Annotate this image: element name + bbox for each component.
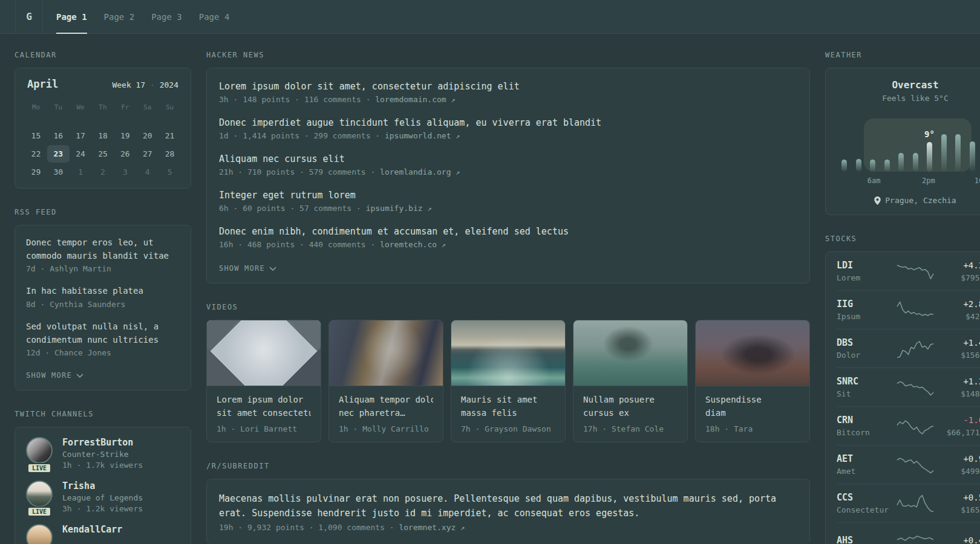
rss-item[interactable]: Sed volutpat nulla nisl, a condimentum n… xyxy=(26,320,180,357)
hackernews-item[interactable]: Integer eget rutrum lorem 6h · 60 points… xyxy=(219,189,797,213)
video-card[interactable]: Lorem ipsum dolor sit amet consectetu… 1… xyxy=(206,320,321,442)
calendar-day[interactable]: 28 xyxy=(158,145,181,163)
video-title[interactable]: Nullam posuere cursus ex xyxy=(583,393,678,420)
rss-widget: Donec tempor eros leo, ut commodo mauris… xyxy=(15,225,191,390)
calendar-day[interactable]: 4 xyxy=(136,163,158,181)
calendar-day[interactable]: 30 xyxy=(47,163,70,181)
stock-symbol[interactable]: AET xyxy=(837,453,892,464)
hackernews-item-domain[interactable]: loremdomain.com xyxy=(375,95,446,104)
nav-tab[interactable]: Page 3 xyxy=(143,0,191,33)
hackernews-item-domain[interactable]: loremtech.co xyxy=(380,240,437,249)
calendar-day[interactable]: 29 xyxy=(25,163,47,181)
rss-item[interactable]: Donec tempor eros leo, ut commodo mauris… xyxy=(26,236,180,273)
stock-row[interactable]: DBS Dolor +1.42% $156.28 xyxy=(837,329,980,368)
weather-hourly-chart: 9° 9° 9° 9° 9° xyxy=(841,118,980,172)
stock-symbol[interactable]: AHS xyxy=(837,535,892,544)
stock-row[interactable]: AET Amet +0.92% $499.72 xyxy=(837,445,980,484)
video-card[interactable]: Aliquam tempor dolor nec pharetra… 1h · … xyxy=(328,320,443,442)
hackernews-item-domain[interactable]: ipsumify.biz xyxy=(366,204,423,213)
video-thumbnail[interactable] xyxy=(207,320,321,386)
hackernews-item[interactable]: Donec imperdiet augue tincidunt felis al… xyxy=(219,117,797,140)
rss-show-more-button[interactable]: SHOW MORE xyxy=(26,371,83,380)
hackernews-item-title[interactable]: Lorem ipsum dolor sit amet, consectetur … xyxy=(219,80,797,93)
calendar-day[interactable]: 25 xyxy=(92,145,114,163)
show-more-label: SHOW MORE xyxy=(219,264,265,273)
external-link-icon: ↗ xyxy=(456,168,460,176)
calendar-day[interactable]: 24 xyxy=(70,145,92,163)
video-thumbnail[interactable] xyxy=(451,320,565,386)
video-thumbnail[interactable] xyxy=(696,320,809,386)
hackernews-item[interactable]: Donec enim nibh, condimentum et accumsan… xyxy=(219,225,797,249)
video-meta: 1h · Lori Barnett xyxy=(217,424,311,433)
hackernews-item-title[interactable]: Donec imperdiet augue tincidunt felis al… xyxy=(219,117,797,129)
stock-symbol[interactable]: SNRC xyxy=(837,376,892,387)
subreddit-post-title[interactable]: Maecenas mollis pulvinar erat non posuer… xyxy=(219,491,797,520)
rss-item-title[interactable]: Donec tempor eros leo, ut commodo mauris… xyxy=(26,236,180,262)
app-logo[interactable]: G xyxy=(15,0,43,33)
video-title[interactable]: Suspendisse diam xyxy=(705,393,800,420)
left-column: CALENDAR April Week 17 · 2024 MoTuWeThFr… xyxy=(15,51,191,544)
hackernews-item-domain[interactable]: ipsumworld.net xyxy=(385,131,451,140)
subreddit-post-domain[interactable]: loremnet.xyz xyxy=(399,523,456,532)
video-title[interactable]: Aliquam tempor dolor nec pharetra… xyxy=(339,393,433,420)
twitch-channel-name[interactable]: KendallCarr xyxy=(62,524,122,535)
stock-row[interactable]: SNRC Sit +1.36% $148.64 xyxy=(837,368,980,406)
video-title[interactable]: Mauris sit amet massa felis xyxy=(461,393,555,420)
stock-change: +0.92% xyxy=(938,454,980,464)
video-card[interactable]: Suspendisse diam 18h · Tara xyxy=(695,320,810,442)
twitch-channel-row[interactable]: LIVE Trisha League of Legends 3h · 1.2k … xyxy=(26,481,180,513)
nav-tab[interactable]: Page 1 xyxy=(48,0,96,33)
calendar-day[interactable]: 1 xyxy=(70,163,92,181)
nav-tab[interactable]: Page 4 xyxy=(191,0,238,33)
hackernews-item-domain[interactable]: loremlandia.org xyxy=(380,167,451,176)
calendar-day[interactable]: 16 xyxy=(47,127,70,144)
calendar-day[interactable]: 19 xyxy=(114,127,136,144)
hackernews-item-title[interactable]: Aliquam nec cursus elit xyxy=(219,153,797,166)
stock-symbol[interactable]: IIG xyxy=(837,299,892,309)
location-pin-icon xyxy=(874,196,881,205)
hackernews-item-title[interactable]: Integer eget rutrum lorem xyxy=(219,189,797,202)
calendar-day[interactable]: 26 xyxy=(114,145,136,163)
hackernews-item[interactable]: Lorem ipsum dolor sit amet, consectetur … xyxy=(219,80,797,104)
rss-item[interactable]: In hac habitasse platea 8d · Cynthia Sau… xyxy=(26,285,180,309)
nav-tab[interactable]: Page 2 xyxy=(96,0,143,33)
twitch-channel-row[interactable]: LIVE ForrestBurton Counter-Strike 1h · 1… xyxy=(26,437,180,470)
rss-item-title[interactable]: Sed volutpat nulla nisl, a condimentum n… xyxy=(26,320,180,346)
stock-symbol[interactable]: CRN xyxy=(837,415,892,426)
video-card[interactable]: Mauris sit amet massa felis 7h · Grayson… xyxy=(451,320,566,442)
calendar-day[interactable]: 18 xyxy=(92,127,114,144)
twitch-channel-name[interactable]: Trisha xyxy=(62,481,143,491)
hackernews-item-title[interactable]: Donec enim nibh, condimentum et accumsan… xyxy=(219,225,797,238)
video-card[interactable]: Nullam posuere cursus ex 17h · Stefan Co… xyxy=(573,320,688,442)
avatar xyxy=(26,437,53,464)
hackernews-item[interactable]: Aliquam nec cursus elit 21h · 710 points… xyxy=(219,153,797,176)
calendar-day[interactable]: 22 xyxy=(25,145,47,163)
stock-symbol[interactable]: LDI xyxy=(837,260,892,271)
calendar-weekday: Su xyxy=(158,100,181,117)
calendar-day[interactable]: 2 xyxy=(92,163,114,181)
twitch-channel-row[interactable]: LIVE KendallCarr xyxy=(26,524,180,544)
stock-row[interactable]: CRN Bitcorn -1.00% $66,171.48 xyxy=(837,406,980,445)
calendar-day[interactable]: 5 xyxy=(158,163,181,181)
stock-row[interactable]: LDI Lorem +4.35% $795.18 xyxy=(837,252,980,290)
video-thumbnail[interactable] xyxy=(573,320,687,386)
calendar-day[interactable]: 23 xyxy=(47,145,70,163)
video-thumbnail[interactable] xyxy=(329,320,443,386)
twitch-channel-name[interactable]: ForrestBurton xyxy=(62,437,143,448)
calendar-day[interactable]: 20 xyxy=(136,127,158,144)
calendar-day[interactable]: 17 xyxy=(70,127,92,144)
calendar-day[interactable]: 27 xyxy=(136,145,158,163)
page-tabs: Page 1Page 2Page 3Page 4 xyxy=(48,0,238,33)
stock-row[interactable]: AHS +0.46% xyxy=(837,522,980,544)
calendar-day[interactable]: 21 xyxy=(158,127,181,144)
stock-symbol[interactable]: DBS xyxy=(837,337,892,348)
stock-row[interactable]: CCS Consectetur +0.51% $165.84 xyxy=(837,484,980,522)
hackernews-show-more-button[interactable]: SHOW MORE xyxy=(219,264,276,273)
video-title[interactable]: Lorem ipsum dolor sit amet consectetu… xyxy=(217,393,311,420)
calendar-day[interactable]: 15 xyxy=(25,127,47,144)
stock-row[interactable]: IIG Ipsum +2.84% $42.04 xyxy=(837,290,980,329)
rss-item-title[interactable]: In hac habitasse platea xyxy=(26,285,180,298)
calendar-day[interactable]: 3 xyxy=(114,163,136,181)
stock-symbol[interactable]: CCS xyxy=(837,492,892,503)
weather-bar: 9° xyxy=(856,159,861,172)
